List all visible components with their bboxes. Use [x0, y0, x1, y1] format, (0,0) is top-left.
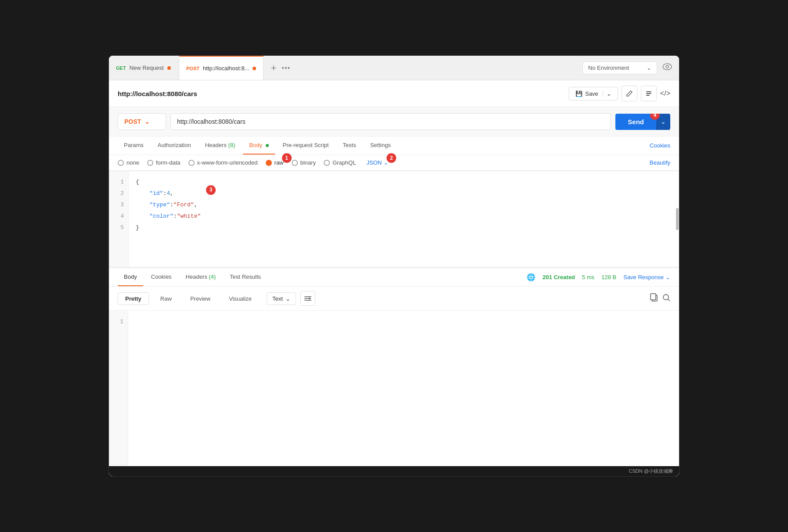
response-tab-cookies[interactable]: Cookies: [145, 268, 178, 286]
url-input[interactable]: [170, 113, 611, 130]
svg-rect-4: [646, 95, 650, 96]
svg-point-10: [663, 295, 669, 300]
format-raw-label: Raw: [160, 295, 172, 302]
save-button[interactable]: 💾 Save ⌄: [569, 87, 618, 101]
code-button[interactable]: </>: [660, 90, 670, 97]
tab-settings-label: Settings: [370, 142, 391, 148]
tab-headers[interactable]: Headers (8): [199, 137, 242, 155]
response-cookies-label: Cookies: [151, 273, 172, 280]
body-type-urlencoded[interactable]: x-www-form-urlencoded: [188, 159, 258, 166]
tab-params[interactable]: Params: [118, 137, 150, 155]
tab-tests[interactable]: Tests: [336, 137, 362, 155]
response-tab-headers[interactable]: Headers (4): [180, 268, 222, 286]
body-type-urlencoded-label: x-www-form-urlencoded: [197, 159, 258, 166]
method-select[interactable]: POST ⌄: [118, 113, 166, 130]
request-row: POST ⌄ Send 4 ⌄: [109, 107, 679, 137]
tab-params-label: Params: [124, 142, 144, 148]
tab-more-button[interactable]: •••: [282, 64, 290, 72]
tab-dot-post: [253, 67, 256, 70]
svg-line-11: [668, 299, 670, 301]
address-title: http://localhost:8080/cars: [118, 90, 569, 97]
code-editor[interactable]: 1 2 3 4 5 { "id":4, 3 "type":"Ford", "co…: [109, 171, 679, 267]
response-format-row: Pretty Raw Preview Visualize Text ⌄: [109, 287, 679, 311]
svg-rect-9: [651, 294, 656, 300]
text-type-label: Text: [272, 295, 283, 302]
scrollbar-indicator: [676, 208, 679, 230]
body-type-raw[interactable]: raw 1: [266, 159, 284, 166]
save-response-button[interactable]: Save Response ⌄: [623, 274, 670, 280]
save-response-chevron-icon: ⌄: [665, 274, 670, 280]
send-button[interactable]: Send 4: [615, 114, 656, 130]
pencil-icon: [626, 90, 633, 97]
code-line-2: "id":4, 3: [136, 188, 672, 199]
response-tab-body[interactable]: Body: [118, 268, 143, 286]
format-pretty[interactable]: Pretty: [118, 292, 149, 305]
search-button[interactable]: [662, 293, 670, 304]
tab-body[interactable]: Body: [243, 137, 275, 155]
badge-1: 1: [282, 153, 292, 163]
send-btn-container: Send 4 ⌄: [615, 114, 670, 130]
tab-method-post: POST: [186, 66, 199, 71]
svg-point-1: [666, 65, 669, 68]
radio-graphql: [324, 160, 330, 166]
tab-method-get: GET: [116, 65, 126, 71]
format-visualize[interactable]: Visualize: [222, 293, 259, 305]
search-icon: [662, 294, 670, 302]
eye-icon: [662, 63, 672, 70]
radio-binary: [292, 160, 298, 166]
tab-label-post: http://localhost:8...: [203, 65, 249, 72]
tab-pre-request[interactable]: Pre-request Script: [277, 137, 335, 155]
tab-authorization[interactable]: Authorization: [152, 137, 197, 155]
globe-icon: 🌐: [527, 273, 535, 281]
cookies-link[interactable]: Cookies: [650, 137, 670, 154]
eye-button[interactable]: [662, 63, 672, 72]
tab-dot-get: [167, 66, 171, 70]
body-type-none[interactable]: none: [118, 159, 139, 166]
code-content[interactable]: { "id":4, 3 "type":"Ford", "color":"whit…: [129, 171, 679, 267]
format-raw[interactable]: Raw: [153, 293, 179, 305]
note-button[interactable]: [641, 86, 657, 101]
environment-selector[interactable]: No Environment ⌄: [582, 61, 657, 74]
body-type-form-data-label: form-data: [156, 159, 181, 166]
body-type-binary[interactable]: binary: [292, 159, 316, 166]
json-selector[interactable]: JSON ⌄ 2: [366, 159, 388, 166]
body-type-graphql[interactable]: GraphQL: [324, 159, 356, 166]
edit-button[interactable]: [622, 86, 637, 101]
tab-add-button[interactable]: +: [271, 62, 276, 74]
code-line-4: "color":"white": [136, 211, 672, 222]
save-response-label: Save Response: [623, 274, 664, 280]
tab-auth-label: Authorization: [158, 142, 191, 148]
radio-raw: [266, 160, 272, 166]
tab-post[interactable]: POST http://localhost:8...: [179, 56, 264, 80]
radio-urlencoded: [188, 160, 195, 166]
svg-rect-2: [646, 91, 651, 92]
format-preview[interactable]: Preview: [183, 293, 217, 305]
code-line-5: }: [136, 222, 672, 234]
chevron-down-icon: ⌄: [647, 65, 651, 71]
line-num-4: 4: [114, 211, 124, 222]
tab-bar-right: No Environment ⌄: [575, 56, 679, 80]
status-code: 201 Created: [542, 274, 575, 280]
response-time: 5 ms: [582, 274, 594, 280]
footer: CSDN @小镇攻城狮: [109, 466, 679, 476]
body-type-binary-label: binary: [300, 159, 316, 166]
svg-point-0: [663, 64, 672, 70]
save-chevron-icon[interactable]: ⌄: [603, 90, 611, 97]
tab-headers-label: Headers (8): [205, 142, 235, 148]
tab-pre-request-label: Pre-request Script: [283, 142, 329, 148]
tab-settings[interactable]: Settings: [364, 137, 397, 155]
wrap-button[interactable]: [300, 291, 315, 306]
code-gutter: 1 2 3 4 5: [109, 171, 129, 267]
response-body-label: Body: [124, 273, 137, 280]
text-type-selector[interactable]: Text ⌄: [267, 292, 296, 305]
tab-get[interactable]: GET New Request: [109, 56, 179, 80]
badge-2: 2: [387, 153, 396, 163]
body-type-form-data[interactable]: form-data: [147, 159, 181, 166]
response-tabs-row: Body Cookies Headers (4) Test Results 🌐 …: [109, 268, 679, 287]
response-tab-test-results[interactable]: Test Results: [224, 268, 267, 286]
body-dot-indicator: [266, 144, 269, 147]
beautify-button[interactable]: Beautify: [650, 159, 670, 166]
env-selector-label: No Environment: [588, 65, 629, 71]
copy-button[interactable]: [650, 293, 658, 304]
format-pretty-label: Pretty: [125, 295, 141, 302]
